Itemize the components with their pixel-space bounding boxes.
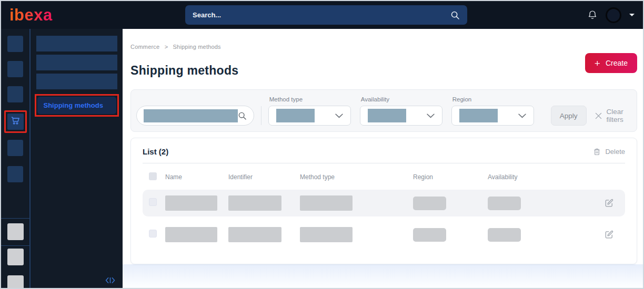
filter-search-input[interactable] [136,106,254,126]
filter-divider [261,106,261,125]
nav-rail-item-placeholder[interactable] [7,166,23,182]
breadcrumb-separator: > [165,44,168,50]
clear-filters-label: Clear filters [607,108,631,123]
page-title: Shipping methods [130,64,637,78]
sidebar-item-placeholder[interactable] [36,74,117,89]
user-menu-caret-icon[interactable] [629,14,635,16]
search-icon[interactable] [238,111,247,120]
column-header-method-type: Method type [300,173,413,181]
sidebar-item-label: Shipping methods [44,101,103,109]
chevron-down-icon [335,113,343,118]
plus-icon: + [595,58,600,68]
topbar-actions [587,7,635,23]
clear-filters-button[interactable]: Clear filters [595,106,631,126]
redacted-cell-availability [488,197,521,210]
list-title: List (2) [143,147,168,156]
nav-rail-item-placeholder[interactable] [7,140,23,156]
region-select[interactable] [451,106,534,126]
redacted-cell-region [413,197,446,210]
search-icon[interactable] [450,11,460,20]
row-checkbox[interactable] [149,230,157,238]
list-panel: List (2) Delete Name Identifier [130,138,637,264]
nav-rail-divider [1,245,29,246]
nav-rail [1,29,31,288]
column-header-name: Name [165,173,228,181]
nav-rail-item-commerce-highlight [4,110,27,133]
filter-region: Region [451,96,534,126]
redacted-cell-method-type [300,195,353,211]
breadcrumb-item-commerce[interactable]: Commerce [130,44,159,50]
filter-bar: Method type Availability [130,89,637,132]
sidebar-item-shipping-methods[interactable]: Shipping methods [37,97,116,114]
column-header-region: Region [413,173,488,181]
notifications-bell-icon[interactable] [587,9,598,20]
ibexa-logo: ibexa [9,7,53,23]
topbar: ibexa [1,1,643,29]
commerce-sidebar: Shipping methods [31,29,123,288]
table-row[interactable] [143,190,625,216]
filter-availability: Availability [360,96,442,126]
select-all-checkbox[interactable] [149,172,157,180]
delete-button[interactable]: Delete [593,148,625,156]
close-icon [595,112,602,119]
chevron-down-icon [427,113,435,118]
redacted-select-value [276,109,315,122]
row-checkbox[interactable] [149,198,157,206]
user-avatar[interactable] [606,7,621,23]
sidebar-collapse-icon[interactable] [105,277,115,284]
create-button[interactable]: + Create [585,53,637,73]
create-button-label: Create [606,59,628,67]
redacted-cell-identifier [228,195,281,211]
edit-icon[interactable] [605,199,613,208]
table-header-row: Name Identifier Method type Region Avail… [143,172,625,182]
edit-icon[interactable] [605,230,613,239]
filter-label: Availability [361,96,442,102]
nav-rail-item-commerce[interactable] [7,113,24,130]
main-content: Commerce > Shipping methods + Create Shi… [123,29,643,288]
redacted-cell-name [165,195,217,211]
filter-method-type: Method type [268,96,351,126]
nav-rail-item-placeholder[interactable] [7,61,23,77]
nav-rail-item-placeholder[interactable] [7,86,23,102]
redacted-cell-availability [488,228,521,242]
nav-rail-bottom-item-placeholder[interactable] [7,275,24,289]
trash-icon [593,148,601,156]
cart-icon [10,115,21,128]
redacted-cell-method-type [300,227,353,242]
nav-rail-divider [1,218,29,219]
nav-rail-bottom-item-placeholder[interactable] [7,249,24,265]
delete-button-label: Delete [605,148,625,156]
bottom-gradient [123,264,643,288]
redacted-cell-identifier [228,227,281,242]
nav-rail-bottom-item-placeholder[interactable] [7,223,24,240]
chevron-down-icon [518,113,526,118]
method-type-select[interactable] [268,106,351,126]
apply-button[interactable]: Apply [551,106,587,126]
sidebar-item-placeholder[interactable] [36,55,117,70]
app-window: ibexa [0,0,644,289]
sidebar-item-placeholder[interactable] [36,36,117,51]
redacted-select-value [368,109,406,122]
column-header-identifier: Identifier [228,173,300,181]
filter-label: Method type [269,96,351,102]
redacted-search-value [144,109,238,122]
list-divider [143,163,625,163]
breadcrumb-item-shipping-methods: Shipping methods [173,44,221,50]
table-row[interactable] [143,221,625,248]
nav-rail-item-placeholder[interactable] [7,36,23,52]
filter-label: Region [452,96,534,102]
breadcrumb: Commerce > Shipping methods [130,44,637,50]
redacted-cell-region [413,228,446,242]
sidebar-item-shipping-methods-highlight: Shipping methods [35,94,119,117]
availability-select[interactable] [360,106,442,126]
redacted-cell-name [165,227,217,242]
global-search-input[interactable] [193,11,450,19]
global-search[interactable] [185,5,467,25]
column-header-availability: Availability [488,173,602,181]
redacted-select-value [459,109,498,122]
